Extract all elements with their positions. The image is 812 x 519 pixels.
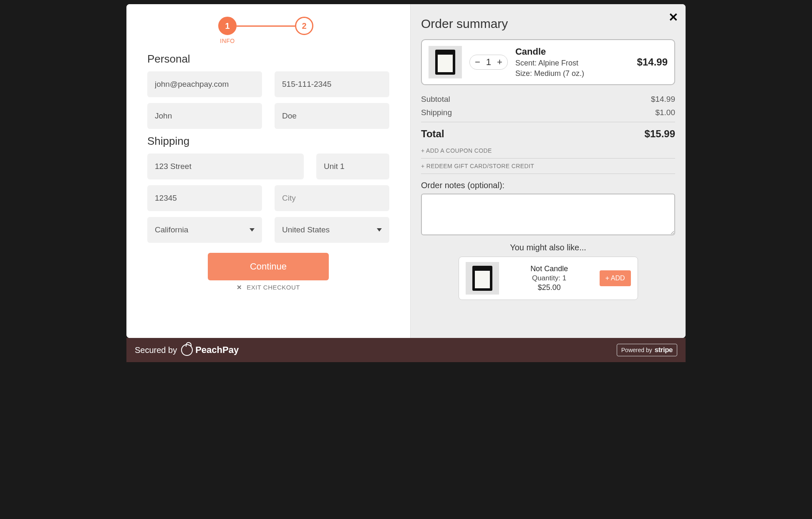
order-notes-textarea[interactable] <box>421 194 675 235</box>
upsell-quantity: Quantity: 1 <box>506 274 593 282</box>
upsell-heading: You might also like... <box>421 243 675 252</box>
powered-by-label: Powered by <box>621 347 652 353</box>
add-upsell-button[interactable]: + ADD <box>600 270 631 286</box>
product-scent: Scent: Alpine Frost <box>515 59 630 68</box>
state-select[interactable] <box>147 217 262 243</box>
powered-by-stripe-badge: Powered by stripe <box>617 344 677 356</box>
totals-section: Subtotal $14.99 Shipping $1.00 Total $15… <box>421 93 675 174</box>
peach-icon <box>181 344 193 356</box>
step-1: 1 INFO <box>218 17 237 45</box>
step-1-circle: 1 <box>218 17 237 35</box>
divider <box>421 122 675 122</box>
upsell-price: $25.00 <box>506 283 593 292</box>
address2-field[interactable] <box>316 154 389 179</box>
chevron-down-icon <box>377 228 382 232</box>
add-coupon-link[interactable]: + ADD A COUPON CODE <box>421 143 675 159</box>
subtotal-row: Subtotal $14.99 <box>421 93 675 106</box>
product-name: Candle <box>515 46 630 57</box>
qty-value: 1 <box>486 57 491 68</box>
close-icon: ✕ <box>237 284 242 291</box>
phone-field[interactable] <box>275 71 389 97</box>
total-label: Total <box>421 128 444 140</box>
subtotal-value: $14.99 <box>651 95 675 104</box>
exit-checkout-label: EXIT CHECKOUT <box>247 284 300 291</box>
candle-icon <box>435 50 455 75</box>
brand-name: PeachPay <box>195 345 239 355</box>
last-name-field[interactable] <box>275 103 389 129</box>
step-connector <box>237 25 295 27</box>
candle-icon <box>472 266 492 291</box>
shipping-heading: Shipping <box>147 135 389 148</box>
shipping-value: $1.00 <box>655 108 675 117</box>
summary-panel: ✕ Order summary − 1 + Candle Scent: Alpi… <box>410 4 686 338</box>
redeem-giftcard-link[interactable]: + REDEEM GIFT CARD/STORE CREDIT <box>421 159 675 174</box>
state-value[interactable] <box>147 217 262 243</box>
personal-heading: Personal <box>147 53 389 66</box>
continue-button[interactable]: Continue <box>208 253 329 280</box>
email-field[interactable] <box>147 71 262 97</box>
upsell-info: Not Candle Quantity: 1 $25.00 <box>506 265 593 292</box>
shipping-row: Shipping $1.00 <box>421 106 675 119</box>
progress-stepper: 1 INFO 2 <box>218 17 389 45</box>
qty-decrement-button[interactable]: − <box>475 58 480 67</box>
info-panel: 1 INFO 2 Personal Shipping <box>126 4 410 338</box>
checkout-modal: 1 INFO 2 Personal Shipping <box>126 4 686 338</box>
step-1-label: INFO <box>220 38 235 45</box>
qty-increment-button[interactable]: + <box>497 58 502 67</box>
step-2: 2 <box>295 17 313 45</box>
country-value[interactable] <box>275 217 389 243</box>
product-price: $14.99 <box>637 56 668 68</box>
address1-field[interactable] <box>147 154 304 179</box>
country-select[interactable] <box>275 217 389 243</box>
first-name-field[interactable] <box>147 103 262 129</box>
upsell-card: Not Candle Quantity: 1 $25.00 + ADD <box>459 257 638 300</box>
subtotal-label: Subtotal <box>421 95 450 104</box>
upsell-name: Not Candle <box>506 265 593 273</box>
total-row: Total $15.99 <box>421 125 675 143</box>
order-summary-heading: Order summary <box>421 17 675 31</box>
footer-bar: Secured by PeachPay Powered by stripe <box>126 338 686 362</box>
exit-checkout-link[interactable]: ✕ EXIT CHECKOUT <box>147 284 389 291</box>
cart-item: − 1 + Candle Scent: Alpine Frost Size: M… <box>421 39 675 85</box>
chevron-down-icon <box>250 228 255 232</box>
order-notes-label: Order notes (optional): <box>421 181 675 190</box>
close-modal-button[interactable]: ✕ <box>668 12 678 23</box>
step-2-circle: 2 <box>295 17 313 35</box>
peachpay-brand: PeachPay <box>181 344 239 356</box>
city-field[interactable] <box>275 185 389 211</box>
total-value: $15.99 <box>645 128 675 140</box>
product-size: Size: Medium (7 oz.) <box>515 69 630 78</box>
quantity-stepper[interactable]: − 1 + <box>469 55 508 70</box>
secured-by: Secured by PeachPay <box>135 344 239 356</box>
postal-field[interactable] <box>147 185 262 211</box>
product-info: Candle Scent: Alpine Frost Size: Medium … <box>515 46 630 78</box>
stripe-logo: stripe <box>655 346 673 354</box>
shipping-label: Shipping <box>421 108 452 117</box>
upsell-thumbnail <box>466 262 499 295</box>
product-thumbnail <box>429 46 462 78</box>
secured-by-label: Secured by <box>135 345 177 355</box>
